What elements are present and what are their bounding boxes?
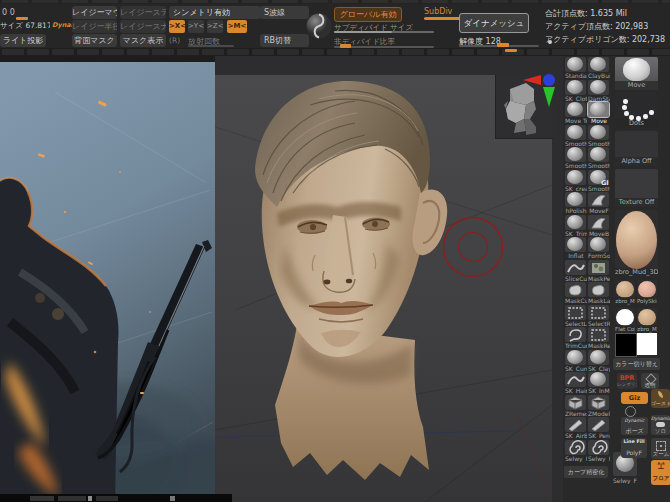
sculptris-global-button[interactable]: グローバル有効 xyxy=(334,7,402,22)
brush-ClayBui[interactable] xyxy=(588,57,609,72)
rb-switch-button[interactable]: RB切替 xyxy=(260,34,309,47)
axis-button-M[interactable]: >M< xyxy=(227,20,247,33)
collapsed-tab[interactable] xyxy=(152,0,178,3)
pose-button[interactable]: Dynamicポーズ xyxy=(621,417,648,435)
collapsed-tab[interactable] xyxy=(402,49,424,55)
lazy-radius-button[interactable]: レイジー半径 xyxy=(72,20,117,33)
zoom-frame-button[interactable]: ズーム xyxy=(651,438,670,459)
axis-button-Z[interactable]: >Z< xyxy=(207,20,223,33)
collapsed-tab[interactable] xyxy=(152,49,174,55)
brush-Move-Tc[interactable] xyxy=(565,102,586,117)
collapsed-tab[interactable] xyxy=(177,49,199,55)
brush-Smooth[interactable] xyxy=(565,147,586,162)
solo-button[interactable]: Dynamicソロ xyxy=(651,415,670,435)
collapsed-tab[interactable] xyxy=(362,0,388,3)
collapsed-tab[interactable] xyxy=(122,0,148,3)
collapsed-tab[interactable] xyxy=(602,0,628,3)
brush-SK_crea[interactable] xyxy=(565,170,586,185)
bottom-strip-button[interactable] xyxy=(30,496,54,501)
curve-refine-button[interactable]: カーブ精密化 xyxy=(564,466,608,478)
collapsed-tab[interactable] xyxy=(27,49,49,55)
s-normal-button[interactable]: S波線 xyxy=(260,6,309,19)
brush-SK_Clot[interactable] xyxy=(565,80,586,95)
brush-MaskRe[interactable] xyxy=(588,327,609,342)
brush-preview-tile[interactable]: Move xyxy=(615,57,658,90)
brush-Standar[interactable] xyxy=(565,57,586,72)
collapsed-tab[interactable] xyxy=(302,49,324,55)
brush-SelectR[interactable] xyxy=(588,305,609,320)
collapsed-tab[interactable] xyxy=(572,0,598,3)
lazy-mouse-button[interactable]: レイジーマウス xyxy=(72,6,117,19)
sculpt-canvas[interactable] xyxy=(215,75,552,502)
radial-count-slider[interactable] xyxy=(188,45,234,47)
collapsed-tab[interactable] xyxy=(77,49,99,55)
material-tile[interactable]: zbro_Mud_3Dco xyxy=(615,210,658,277)
collapsed-tab[interactable] xyxy=(377,49,399,55)
material-small-PolySkin[interactable]: PolySkin xyxy=(637,280,657,306)
brush-MaskLa[interactable] xyxy=(588,282,609,297)
collapsed-tab[interactable] xyxy=(542,0,568,3)
axis-button-Y[interactable]: >Y< xyxy=(188,20,204,33)
collapsed-tab[interactable] xyxy=(302,0,328,3)
brush-SelectL[interactable] xyxy=(565,305,586,320)
brush-SK_AirB[interactable] xyxy=(565,417,586,432)
collapsed-tab[interactable] xyxy=(662,0,670,3)
gizmo-button[interactable]: Giz xyxy=(621,392,648,404)
lazy-step-button[interactable]: レイジーステッ xyxy=(120,6,166,19)
dynamesh-button[interactable]: ダイナメッシュ xyxy=(459,13,529,33)
floor-button[interactable]: ▲ ▲┴フロア xyxy=(651,460,670,485)
collapsed-tab[interactable] xyxy=(102,49,124,55)
light-projection-button[interactable]: ライト投影 xyxy=(0,34,46,47)
stroke-preview-tile[interactable]: Dots xyxy=(615,93,658,128)
brush-MaskCu[interactable] xyxy=(565,282,586,297)
collapsed-tab[interactable] xyxy=(332,0,358,3)
collapsed-tab[interactable] xyxy=(277,49,299,55)
main-color-swatch[interactable] xyxy=(615,333,637,357)
collapsed-tab[interactable] xyxy=(477,49,499,55)
collapsed-tab[interactable] xyxy=(272,0,298,3)
collapsed-tab[interactable] xyxy=(392,0,418,3)
brush-hPolish[interactable] xyxy=(565,192,586,207)
collapsed-tab[interactable] xyxy=(652,49,670,55)
brush-TrimCur[interactable] xyxy=(565,327,586,342)
collapsed-tab[interactable] xyxy=(227,49,249,55)
mask-view-button[interactable]: マスク表示 xyxy=(120,34,166,47)
brush-DamSta[interactable] xyxy=(588,80,609,95)
collapsed-tab[interactable] xyxy=(482,0,508,3)
collapsed-tab[interactable] xyxy=(62,0,88,3)
brush-Inflat[interactable] xyxy=(565,237,586,252)
brush-SliceCur[interactable] xyxy=(565,260,586,275)
collapsed-tab[interactable] xyxy=(632,0,658,3)
polyframe-button[interactable]: Line FillPolyF xyxy=(621,438,647,458)
collapsed-tab[interactable] xyxy=(182,0,208,3)
material-small-Flat-Col[interactable]: Flat Col xyxy=(615,308,635,334)
brush-Smooth[interactable] xyxy=(565,125,586,140)
secondary-color-swatch[interactable] xyxy=(637,333,657,355)
brush-MoveB[interactable] xyxy=(588,215,609,230)
axis-button-X[interactable]: >X< xyxy=(169,20,185,33)
axis-gizmo-icon[interactable] xyxy=(521,71,561,109)
collapsed-tab[interactable] xyxy=(127,49,149,55)
brush-SK_Cun[interactable] xyxy=(565,350,586,365)
collapsed-tab[interactable] xyxy=(427,49,449,55)
material-small-zbro_M[interactable]: zbro_M xyxy=(615,280,635,306)
brush-ZModele[interactable] xyxy=(588,395,609,410)
collapsed-tab[interactable] xyxy=(32,0,58,3)
transparent-button[interactable]: 透明 xyxy=(641,373,659,389)
brush-SK_Pen[interactable] xyxy=(588,417,609,432)
collapsed-tab[interactable] xyxy=(92,0,118,3)
reference-image[interactable] xyxy=(0,62,215,502)
collapsed-tab[interactable] xyxy=(352,49,374,55)
collapsed-tab[interactable] xyxy=(552,49,574,55)
brush-Selwy_F[interactable] xyxy=(565,440,586,455)
brush-SK_Clay[interactable] xyxy=(588,350,609,365)
collapsed-tab[interactable] xyxy=(52,49,74,55)
collapsed-tab[interactable] xyxy=(212,0,238,3)
collapsed-tab[interactable] xyxy=(242,0,268,3)
sculptris-pro-icon[interactable] xyxy=(305,12,333,40)
brush-FormSo[interactable] xyxy=(588,237,609,252)
subdiv-label[interactable]: SubDiv xyxy=(424,7,452,16)
collapsed-tab[interactable] xyxy=(327,49,349,55)
brush-Move[interactable] xyxy=(588,102,609,117)
brush-MoveF[interactable] xyxy=(588,192,609,207)
